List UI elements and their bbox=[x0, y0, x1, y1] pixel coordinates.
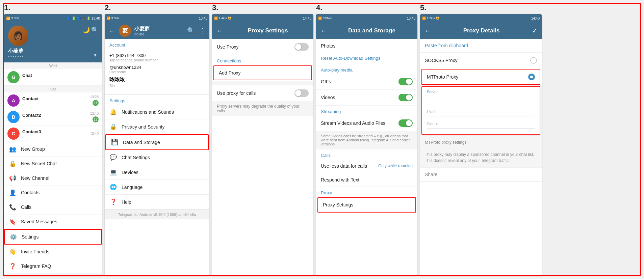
screen1-username: 小菱萝 bbox=[8, 48, 98, 54]
s2-signal-icon: 📶 3.5k/s bbox=[107, 17, 120, 20]
menu-new-channel[interactable]: 📢 New Channel bbox=[4, 171, 102, 186]
chat-item-2[interactable]: A Contact ... 13:28 11 bbox=[4, 92, 102, 109]
chat-meta-2: 13:28 11 bbox=[90, 95, 99, 106]
socks5-radio[interactable] bbox=[530, 57, 537, 64]
step3-wrapper: 3. 📶 1.4k/s 😺 14:40 ← Proxy Settings Use… bbox=[212, 3, 313, 276]
screen1-chats: Wed G Chat ... Sat A Contact bbox=[4, 62, 102, 142]
photos-label: Photos bbox=[321, 43, 336, 49]
s3-time: 14:40 bbox=[303, 17, 311, 20]
settings-privacy[interactable]: 🔒 Privacy and Security bbox=[105, 119, 209, 134]
back-button-screen4[interactable]: ← bbox=[320, 27, 327, 35]
videos-toggle[interactable] bbox=[398, 94, 413, 101]
s3-status-right: 14:40 bbox=[303, 17, 311, 20]
more-icon-screen2[interactable]: ⋮ bbox=[199, 27, 205, 34]
videos-knob bbox=[406, 94, 412, 101]
s2-status-right: 13:40 bbox=[199, 17, 207, 20]
settings-help[interactable]: ❓ Help bbox=[105, 195, 209, 210]
s2-status-left: 📶 3.5k/s bbox=[107, 17, 120, 20]
chat-item-1[interactable]: G Chat ... bbox=[4, 69, 102, 86]
use-proxy-toggle[interactable] bbox=[294, 43, 309, 51]
mtproto-label: MTProto Proxy bbox=[427, 74, 458, 80]
add-proxy-label: Add Proxy bbox=[219, 70, 241, 76]
server-input[interactable] bbox=[427, 94, 535, 104]
photos-section: Photos bbox=[316, 39, 417, 53]
settings-chat[interactable]: 💬 Chat Settings bbox=[105, 150, 209, 165]
profile-phone-hint: Tap to change phone number bbox=[109, 58, 205, 62]
data-storage-title: Data and Storage bbox=[330, 27, 413, 34]
profile-bio-field: 哝哝哝 Bio bbox=[109, 77, 205, 88]
settings-section-header: Settings bbox=[105, 95, 209, 105]
back-button-screen5[interactable]: ← bbox=[424, 27, 431, 35]
screen4-status-bar: 📶 603k/s 13:40 bbox=[316, 14, 417, 22]
menu-saved-messages[interactable]: 🔖 Saved Messages bbox=[4, 215, 102, 229]
search-icon-screen2[interactable]: 🔍 bbox=[187, 27, 195, 34]
s5-status-left: 📶 1.2k/s 😺 bbox=[422, 17, 439, 20]
step2-wrapper: 2. 📶 3.5k/s 13:40 ← 菱 小菱萝 online 🔍 bbox=[105, 3, 209, 276]
mtproto-radio[interactable] bbox=[528, 74, 535, 80]
screen4-frame: 📶 603k/s 13:40 ← Data and Storage Photos… bbox=[316, 14, 417, 276]
menu-faq[interactable]: ❓ Telegram FAQ bbox=[4, 259, 102, 274]
chat-info-1: Chat ... bbox=[22, 73, 96, 82]
language-label: Language bbox=[122, 185, 143, 190]
step3-label: 3. bbox=[212, 3, 313, 12]
proxy-settings-title: Proxy Settings bbox=[226, 27, 309, 34]
settings-language[interactable]: 🌐 Language bbox=[105, 180, 209, 195]
socks5-radio-row[interactable]: SOCKS5 Proxy bbox=[420, 53, 542, 68]
chat-settings-label: Chat Settings bbox=[122, 155, 150, 160]
check-button-screen5[interactable]: ✓ bbox=[532, 27, 538, 35]
back-button-screen3[interactable]: ← bbox=[216, 27, 223, 35]
menu-invite-friends[interactable]: 👋 Invite Friends bbox=[4, 245, 102, 259]
bt-icon: 🔵 bbox=[67, 17, 71, 20]
mtproto-radio-row[interactable]: MTProto Proxy bbox=[421, 69, 540, 85]
reset-auto-download[interactable]: Reset Auto-Download Settings bbox=[316, 53, 417, 64]
share-row[interactable]: Share bbox=[420, 168, 542, 182]
screen1-avatar: 👩🏾 bbox=[8, 26, 28, 46]
back-button-screen2[interactable]: ← bbox=[109, 27, 115, 35]
proxy-details-body: Paste from clipboard SOCKS5 Proxy MTProt… bbox=[420, 39, 542, 182]
add-proxy-row[interactable]: Add Proxy bbox=[213, 65, 312, 80]
menu-new-secret-chat[interactable]: 🔒 New Secret Chat bbox=[4, 157, 102, 171]
menu-contacts[interactable]: 👤 Contacts bbox=[4, 186, 102, 200]
proxy-settings-row[interactable]: Proxy Settings bbox=[317, 197, 416, 213]
videos-label: Videos bbox=[321, 95, 335, 100]
share-label: Share bbox=[425, 172, 437, 177]
version-bar: Telegram for Android v5.15.0 (1869) arm6… bbox=[105, 210, 209, 219]
settings-data-storage[interactable]: 💾 Data and Storage bbox=[105, 134, 209, 150]
menu-settings[interactable]: ⚙️ Settings bbox=[4, 229, 102, 245]
reset-label: Reset Auto-Download Settings bbox=[321, 56, 413, 61]
chat-item-4[interactable]: C Contact3 ... 13:40 bbox=[4, 125, 102, 142]
chat-item-3[interactable]: B Contact2 ... 13:40 17 bbox=[4, 109, 102, 125]
chat-msg-2: ... bbox=[22, 101, 87, 105]
s5-status-right: 14:40 bbox=[531, 17, 540, 20]
contacts-icon: 👤 bbox=[9, 189, 16, 196]
chat-msg-1: ... bbox=[22, 78, 96, 82]
chat-name-4: Contact3 bbox=[22, 129, 87, 134]
header-subtitle-screen2: online bbox=[134, 32, 184, 36]
use-proxy-label: Use Proxy bbox=[217, 44, 239, 50]
chat-name-1: Chat bbox=[22, 73, 96, 78]
secret-chat-icon: 🔒 bbox=[9, 160, 16, 167]
chat-info-3: Contact2 ... bbox=[22, 113, 87, 122]
secret-field-wrapper: Secret bbox=[427, 119, 535, 129]
use-proxy-calls-toggle[interactable] bbox=[294, 89, 309, 97]
new-group-icon: 👥 bbox=[9, 145, 16, 153]
paste-from-clipboard-row[interactable]: Paste from clipboard bbox=[420, 39, 542, 52]
stream-toggle[interactable] bbox=[398, 119, 413, 127]
gifs-toggle[interactable] bbox=[398, 78, 413, 85]
settings-devices[interactable]: 💻 Devices bbox=[105, 165, 209, 180]
chat-avatar-1: G bbox=[7, 71, 20, 83]
chat-avatar-2: A bbox=[7, 94, 20, 107]
search-icon[interactable]: 🔍 bbox=[91, 26, 99, 34]
chat-name-3: Contact2 bbox=[22, 113, 87, 118]
status-bar-right: 🔵 🔋 🔵 🎧 🔋 13:40 bbox=[67, 17, 100, 20]
screen2-frame: 📶 3.5k/s 13:40 ← 菱 小菱萝 online 🔍 ⋮ A bbox=[105, 14, 209, 276]
screen1-menu: 👥 New Group 🔒 New Secret Chat 📢 New Chan… bbox=[4, 142, 102, 274]
menu-new-group[interactable]: 👥 New Group bbox=[4, 142, 102, 157]
stream-item: Stream Videos and Audio Files bbox=[316, 115, 417, 131]
settings-notifications[interactable]: 🔔 Notifications and Sounds bbox=[105, 105, 209, 119]
respond-item: Respond with Text bbox=[316, 173, 417, 187]
menu-invite-label: Invite Friends bbox=[21, 249, 49, 254]
gifs-item: GIFs bbox=[316, 74, 417, 90]
menu-calls[interactable]: 📞 Calls bbox=[4, 200, 102, 215]
step5-label: 5. bbox=[420, 3, 542, 12]
